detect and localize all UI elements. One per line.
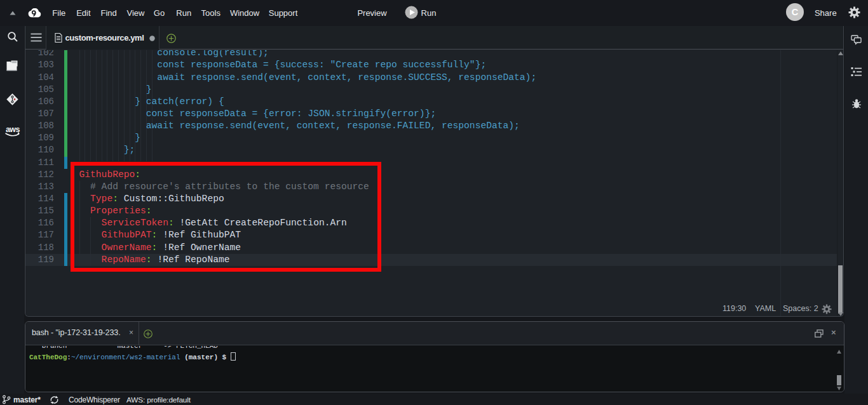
svg-text:C: C xyxy=(792,7,799,17)
svg-text:aws: aws xyxy=(6,125,20,134)
